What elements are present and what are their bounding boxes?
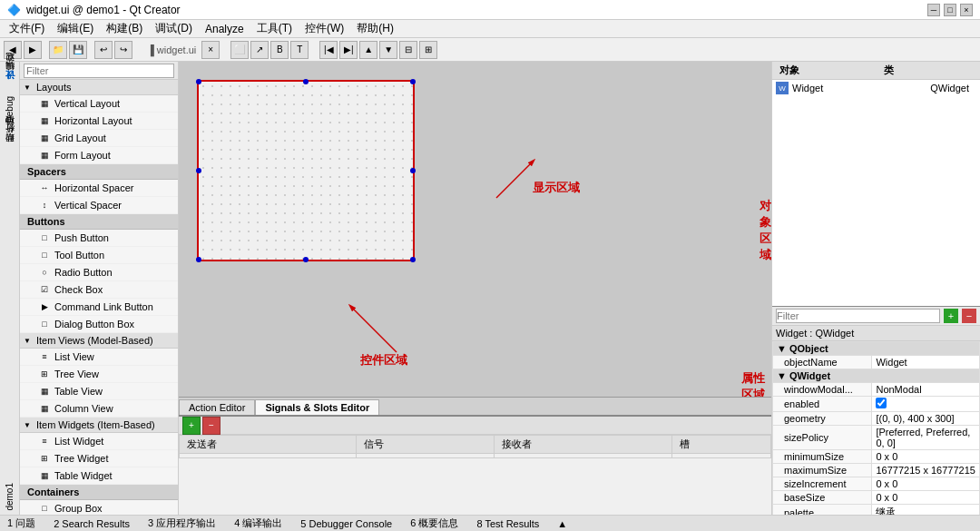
menu-analyze[interactable]: Analyze (200, 21, 250, 37)
widget-filter-input[interactable] (24, 64, 174, 78)
menu-debug[interactable]: 调试(D) (150, 19, 198, 38)
status-app-output[interactable]: 3 应用程序输出 (144, 516, 220, 530)
status-compile-output[interactable]: 4 编译输出 (230, 516, 286, 530)
panel-analyze[interactable]: 分析 (2, 137, 18, 144)
toolbar-open[interactable]: 📁 (49, 41, 67, 59)
widget-dialog-button-box[interactable]: □Dialog Button Box (20, 316, 178, 333)
section-layouts[interactable]: ▼Layouts (20, 80, 178, 95)
toolbar-close-tab[interactable]: × (201, 41, 220, 59)
toolbar-design1[interactable]: ⬜ (230, 41, 249, 59)
widget-radio-button[interactable]: ○Radio Button (20, 264, 178, 281)
toolbar-redo[interactable]: ↪ (114, 41, 132, 59)
prop-maximumsize[interactable]: maximumSize 16777215 x 16777215 (773, 464, 980, 477)
widget-tool-button[interactable]: □Tool Button (20, 247, 178, 264)
widget-vertical-layout[interactable]: ▦Vertical Layout (20, 95, 178, 113)
widget-horizontal-spacer[interactable]: ↔Horizontal Spacer (20, 180, 178, 197)
toolbar-align-right[interactable]: ▶| (339, 41, 358, 59)
prop-sizepolicy[interactable]: sizePolicy [Preferred, Preferred, 0, 0] (773, 426, 980, 450)
widget-vertical-spacer[interactable]: ↕Vertical Spacer (20, 197, 178, 214)
widget-list-widget[interactable]: ≡List Widget (20, 433, 178, 450)
widget-horizontal-layout[interactable]: ▦Horizontal Layout (20, 113, 178, 130)
widget-tree-widget[interactable]: ⊞Tree Widget (20, 450, 178, 467)
tab-action-editor[interactable]: Action Editor (179, 399, 255, 415)
toolbar-align-top[interactable]: ▲ (359, 41, 377, 59)
toolbar-center-h[interactable]: ⊟ (399, 41, 417, 59)
col-sender: 发送者 (180, 436, 357, 454)
widget-push-button[interactable]: □Push Button (20, 230, 178, 247)
widget-form-layout[interactable]: ▦Form Layout (20, 147, 178, 164)
toolbar-back[interactable]: ◀ (4, 41, 22, 59)
status-test[interactable]: 8 Test Results (473, 518, 543, 529)
minimize-button[interactable]: ─ (927, 4, 940, 16)
status-overview[interactable]: 6 概要信息 (407, 516, 462, 530)
toolbar-design4[interactable]: T (290, 41, 309, 59)
status-debugger[interactable]: 5 Debugger Console (297, 518, 396, 529)
widget-group-box[interactable]: □Group Box (20, 500, 178, 515)
widget-column-view[interactable]: ▦Column View (20, 400, 178, 418)
title-controls[interactable]: ─ □ × (927, 4, 973, 16)
panel-design[interactable]: 设计 (2, 84, 18, 91)
prop-sizeincrement[interactable]: sizeIncrement 0 x 0 (773, 477, 980, 491)
toolbar-save[interactable]: 💾 (69, 41, 87, 59)
widget-table-widget[interactable]: ▦Table Widget (20, 467, 178, 485)
panel-welcome[interactable]: 欢迎 (2, 65, 18, 73)
handle-tl[interactable] (196, 79, 201, 84)
section-item-widgets[interactable]: ▼Item Widgets (Item-Based) (20, 418, 178, 433)
handle-ml[interactable] (196, 168, 201, 173)
handle-bm[interactable] (303, 257, 309, 262)
panel-help[interactable]: 帮助 (2, 146, 18, 153)
prop-objectname[interactable]: objectName Widget (773, 356, 980, 369)
menu-edit[interactable]: 编辑(E) (52, 19, 99, 38)
status-search[interactable]: 2 Search Results (50, 518, 133, 529)
maximize-button[interactable]: □ (944, 4, 956, 16)
panel-project[interactable]: 项目 (2, 128, 18, 135)
property-filter-input[interactable] (776, 309, 940, 323)
property-add-button[interactable]: + (944, 309, 958, 323)
tab-signals-slots[interactable]: Signals & Slots Editor (255, 399, 379, 415)
prop-basesize[interactable]: baseSize 0 x 0 (773, 491, 980, 505)
push-button-icon: □ (38, 231, 51, 244)
menu-tools[interactable]: 工具(T) (251, 19, 298, 38)
toolbar-align-bottom[interactable]: ▼ (379, 41, 397, 59)
toolbar-center-v[interactable]: ⊞ (419, 41, 437, 59)
toolbar-forward[interactable]: ▶ (24, 41, 42, 59)
toolbar-design3[interactable]: B (270, 41, 289, 59)
menu-file[interactable]: 文件(F) (4, 19, 50, 38)
object-row-widget[interactable]: W Widget QWidget (772, 80, 980, 96)
signal-slots-panel: + − 发送者 信号 接收者 槽 (179, 415, 771, 515)
status-problems[interactable]: 1 问题 (4, 516, 39, 530)
signal-add-button[interactable]: + (182, 417, 201, 435)
panel-debug[interactable]: Debug (3, 93, 16, 126)
enabled-checkbox[interactable] (876, 398, 887, 408)
toolbar-undo[interactable]: ↩ (94, 41, 113, 59)
handle-mr[interactable] (410, 168, 416, 173)
menu-help[interactable]: 帮助(H) (351, 19, 399, 38)
widget-grid-layout[interactable]: ▦Grid Layout (20, 130, 178, 147)
menu-build[interactable]: 构建(B) (101, 19, 148, 38)
widget-check-box[interactable]: ☑Check Box (20, 281, 178, 299)
toolbar-align-left[interactable]: |◀ (319, 41, 338, 59)
widget-object-icon: W (776, 82, 789, 94)
handle-bl[interactable] (196, 257, 201, 262)
handle-tr[interactable] (410, 79, 416, 84)
close-button[interactable]: × (960, 4, 973, 16)
widget-command-link[interactable]: ▶Command Link Button (20, 299, 178, 316)
toolbar-design2[interactable]: ↗ (250, 41, 269, 59)
prop-palette[interactable]: palette 继承 (773, 505, 980, 516)
prop-geometry[interactable]: geometry [(0, 0), 400 x 300] (773, 412, 980, 426)
design-canvas[interactable] (197, 80, 415, 261)
signal-remove-button[interactable]: − (202, 417, 220, 435)
handle-tm[interactable] (303, 79, 309, 84)
widget-list-view[interactable]: ≡List View (20, 349, 178, 366)
property-remove-button[interactable]: − (962, 309, 976, 323)
panel-demo1[interactable]: demo1 (3, 479, 16, 515)
prop-minimumsize[interactable]: minimumSize 0 x 0 (773, 450, 980, 464)
menu-widget[interactable]: 控件(W) (299, 19, 349, 38)
handle-br[interactable] (410, 257, 416, 262)
prop-enabled[interactable]: enabled (773, 397, 980, 412)
widget-tree-view[interactable]: ⊞Tree View (20, 366, 178, 383)
section-item-views[interactable]: ▼Item Views (Model-Based) (20, 333, 178, 349)
widget-table-view[interactable]: ▦Table View (20, 383, 178, 400)
panel-edit[interactable]: 编辑 (2, 74, 18, 82)
prop-windowmodal[interactable]: windowModal... NonModal (773, 383, 980, 397)
